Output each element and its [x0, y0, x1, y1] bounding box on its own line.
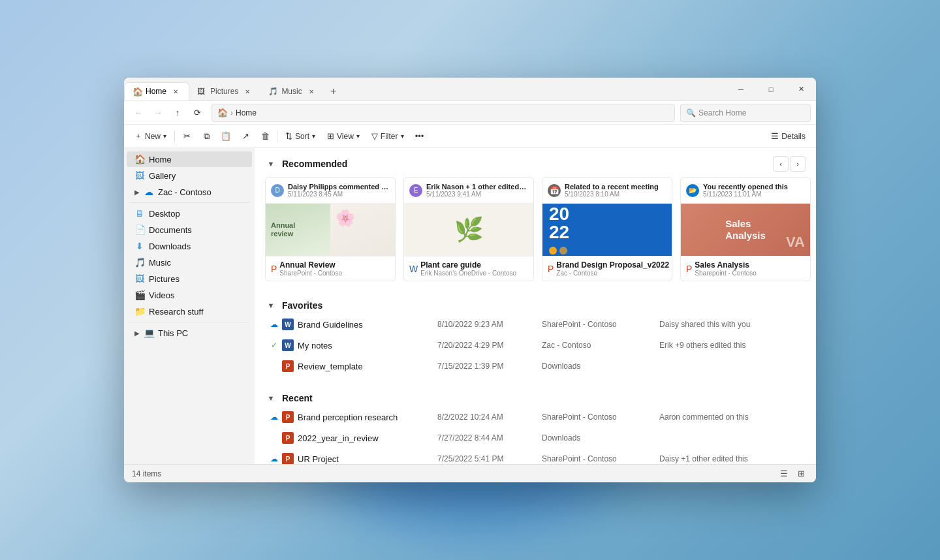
- sidebar-item-zac[interactable]: ▶ ☁ Zac - Contoso: [127, 184, 252, 200]
- tab-pictures-label: Pictures: [210, 87, 238, 96]
- recommended-prev-button[interactable]: ‹: [773, 156, 789, 172]
- address-bar[interactable]: 🏠 › Home: [212, 104, 675, 122]
- file-activity-brand-perception: Aaron commented on this: [659, 412, 803, 422]
- file-row-my-notes[interactable]: ✓ W My notes 7/20/2022 4:29 PM Zac - Con…: [265, 335, 806, 356]
- rec-card-brand-footer: P Brand Design Proposal_v2022 Zac - Cont…: [542, 256, 672, 281]
- recommended-next-button[interactable]: ›: [790, 156, 806, 172]
- copy-button[interactable]: ⧉: [197, 127, 215, 146]
- sort-label: Sort: [295, 132, 309, 141]
- sidebar-item-music[interactable]: 🎵 Music 📌: [127, 255, 252, 270]
- recent-collapse-button[interactable]: ▼: [265, 392, 277, 404]
- breadcrumb-separator: ›: [230, 108, 233, 117]
- tab-pictures-close[interactable]: ✕: [242, 86, 253, 97]
- new-label: New: [145, 132, 161, 141]
- rec-card-annual[interactable]: D Daisy Philipps commented on... 5/11/20…: [265, 177, 396, 281]
- rec-card-sales[interactable]: 📂 You recently opened this 5/11/2023 11:…: [680, 177, 811, 281]
- list-view-button[interactable]: ☰: [777, 467, 791, 481]
- details-button[interactable]: ☰ Details: [766, 127, 811, 146]
- rec-card-plant-location: Erik Nason's OneDrive - Contoso: [420, 270, 516, 277]
- sort-button[interactable]: ⇅ Sort ▾: [280, 127, 321, 146]
- computer-icon: 💻: [144, 328, 154, 338]
- filter-icon: ▽: [371, 131, 378, 141]
- recommended-collapse-button[interactable]: ▼: [265, 158, 277, 170]
- sidebar-item-gallery[interactable]: 🖼 Gallery: [127, 168, 252, 183]
- expand-icon: ▶: [134, 189, 140, 196]
- recent-title: Recent: [282, 393, 313, 403]
- sidebar-item-videos[interactable]: 🎬 Videos 📌: [127, 287, 252, 303]
- search-placeholder: Search Home: [698, 108, 746, 117]
- filter-chevron-icon: ▾: [401, 132, 404, 140]
- sidebar-thispc-label: This PC: [158, 328, 188, 338]
- file-row-brand-perception[interactable]: ☁ P Brand perception research 8/2/2022 1…: [265, 407, 806, 428]
- sidebar-item-documents[interactable]: 📄 Documents 📌: [127, 222, 252, 238]
- rec-card-annual-preview: Annualreview 🌸: [266, 204, 395, 256]
- rec-card-brand-author: Related to a recent meeting: [565, 183, 666, 191]
- music-icon: 🎵: [134, 257, 145, 268]
- add-tab-button[interactable]: +: [324, 82, 343, 101]
- home-icon: 🏠: [134, 154, 145, 164]
- new-button[interactable]: ＋ New ▾: [129, 127, 172, 146]
- gallery-icon: 🖼: [134, 170, 145, 181]
- explorer-window: 🏠 Home ✕ 🖼 Pictures ✕ 🎵 Music ✕ + ─ □ ✕: [124, 78, 816, 482]
- favorites-collapse-button[interactable]: ▼: [265, 300, 277, 311]
- tab-home[interactable]: 🏠 Home ✕: [124, 82, 189, 101]
- view-chevron-icon: ▾: [356, 132, 360, 140]
- refresh-button[interactable]: ⟳: [188, 104, 206, 122]
- minimize-button[interactable]: ─: [726, 78, 756, 101]
- share-button[interactable]: ↗: [236, 127, 255, 146]
- onedrive-icon: ☁: [144, 187, 154, 197]
- item-count: 14 items: [132, 469, 161, 478]
- cut-button[interactable]: ✂: [178, 127, 196, 146]
- forward-button[interactable]: →: [149, 104, 167, 122]
- recommended-title: Recommended: [282, 159, 347, 169]
- grid-view-button[interactable]: ⊞: [794, 467, 808, 481]
- folder-icon: 📁: [134, 306, 145, 317]
- sidebar-item-pictures[interactable]: 🖼 Pictures 📌: [127, 271, 252, 287]
- search-bar[interactable]: 🔍 Search Home: [680, 104, 811, 122]
- maximize-button[interactable]: □: [756, 78, 786, 101]
- status-bar: 14 items ☰ ⊞: [124, 464, 816, 482]
- paste-button[interactable]: 📋: [217, 127, 235, 146]
- file-location-ur-project: SharePoint - Contoso: [542, 454, 659, 463]
- tab-home-close[interactable]: ✕: [170, 86, 181, 97]
- file-name-brand-guidelines: Brand Guidelines: [298, 320, 437, 330]
- search-icon: 🔍: [686, 108, 696, 117]
- pictures-tab-icon: 🖼: [197, 87, 206, 96]
- view-button[interactable]: ⊞ View ▾: [322, 127, 365, 146]
- sort-chevron-icon: ▾: [312, 132, 315, 140]
- rec-card-sales-filename: Sales Analysis: [695, 260, 757, 270]
- cloud-sync-icon-2: ☁: [268, 412, 281, 422]
- delete-button[interactable]: 🗑: [256, 127, 274, 146]
- rec-card-plant-filename: Plant care guide: [420, 260, 516, 270]
- separator-1: [174, 131, 175, 142]
- tab-pictures[interactable]: 🖼 Pictures ✕: [189, 82, 260, 101]
- rec-card-sales-footer: P Sales Analysis Sharepoint - Contoso: [681, 256, 810, 281]
- new-chevron-icon: ▾: [163, 132, 166, 140]
- sidebar-item-thispc[interactable]: ▶ 💻 This PC: [127, 325, 252, 341]
- rec-card-annual-footer: P Annual Review SharePoint - Contoso: [266, 256, 395, 281]
- main-layout: 🏠 Home 🖼 Gallery ▶ ☁ Zac - Contoso 🖥 Des…: [124, 148, 816, 464]
- sidebar-item-desktop[interactable]: 🖥 Desktop 📌: [127, 206, 252, 221]
- up-button[interactable]: ↑: [168, 104, 187, 122]
- sidebar-item-downloads[interactable]: ⬇ Downloads 📌: [127, 238, 252, 254]
- filter-button[interactable]: ▽ Filter ▾: [366, 127, 409, 146]
- tab-music[interactable]: 🎵 Music ✕: [260, 82, 324, 101]
- back-button[interactable]: ←: [129, 104, 148, 122]
- tab-music-close[interactable]: ✕: [306, 86, 317, 97]
- file-row-brand-guidelines[interactable]: ☁ W Brand Guidelines 8/10/2022 9:23 AM S…: [265, 314, 806, 335]
- separator-2: [277, 131, 277, 142]
- more-button[interactable]: •••: [411, 127, 429, 146]
- meeting-avatar: 📅: [548, 184, 561, 197]
- sidebar-item-research[interactable]: 📁 Research stuff: [127, 303, 252, 319]
- sidebar-item-home[interactable]: 🏠 Home: [127, 151, 252, 167]
- sidebar-research-label: Research stuff: [149, 307, 204, 317]
- file-row-ur-project[interactable]: ☁ P UR Project 7/25/2022 5:41 PM SharePo…: [265, 448, 806, 464]
- close-button[interactable]: ✕: [786, 78, 816, 101]
- filter-label: Filter: [381, 132, 398, 141]
- rec-card-plant[interactable]: E Erik Nason + 1 other edited this 5/11/…: [403, 177, 534, 281]
- file-row-review-template[interactable]: P Review_template 7/15/2022 1:39 PM Down…: [265, 356, 806, 377]
- rec-card-brand[interactable]: 📅 Related to a recent meeting 5/10/2023 …: [542, 177, 672, 281]
- you-avatar: 📂: [686, 184, 699, 197]
- file-row-year-review[interactable]: P 2022_year_in_review 7/27/2022 8:44 AM …: [265, 428, 806, 448]
- rec-card-plant-meta: Erik Nason + 1 other edited this 5/11/20…: [426, 183, 528, 198]
